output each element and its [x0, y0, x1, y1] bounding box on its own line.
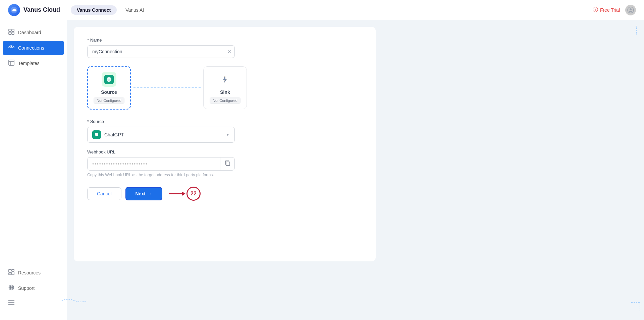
source-dropdown-left: ChatGPT — [92, 130, 124, 139]
svg-point-8 — [13, 47, 14, 48]
annotation-circle: 22 — [186, 187, 201, 201]
support-icon — [8, 284, 15, 292]
connector-line — [133, 87, 201, 88]
svg-point-10 — [11, 45, 12, 47]
next-arrow-icon: → — [148, 191, 152, 196]
webhook-hint: Copy this Webhook URL as the target addr… — [87, 173, 235, 177]
source-dropdown[interactable]: ChatGPT ▼ — [87, 127, 235, 143]
dashboard-icon — [8, 29, 15, 36]
svg-rect-6 — [12, 32, 14, 35]
connections-icon — [8, 44, 15, 52]
source-box[interactable]: Source Not Configured — [87, 66, 131, 110]
source-sink-row: Source Not Configured — [87, 66, 362, 110]
source-box-title: Source — [101, 89, 117, 95]
webhook-input-row — [87, 157, 235, 171]
sink-box[interactable]: Sink Not Configured — [203, 66, 247, 109]
svg-rect-12 — [9, 60, 14, 65]
sidebar-item-templates[interactable]: Templates — [3, 56, 64, 70]
nav-tabs: Vanus Connect Vanus AI — [71, 5, 150, 15]
next-label: Next — [136, 191, 146, 196]
sidebar-dashboard-label: Dashboard — [18, 30, 41, 35]
sidebar-top: Dashboard Connections — [0, 25, 67, 70]
templates-icon — [8, 60, 15, 67]
sidebar-item-support[interactable]: Support — [3, 281, 64, 295]
sink-not-configured: Not Configured — [210, 98, 240, 104]
svg-rect-18 — [9, 273, 11, 275]
sidebar-item-dashboard[interactable]: Dashboard — [3, 25, 64, 40]
clear-name-button[interactable]: ✕ — [227, 49, 231, 54]
sidebar-item-menu[interactable] — [3, 297, 64, 309]
app-logo-text: Vanus Cloud — [23, 6, 60, 13]
action-row: Cancel Next → 22 — [87, 187, 362, 201]
sidebar-item-resources[interactable]: Resources — [3, 266, 64, 280]
nav-vanus-connect[interactable]: Vanus Connect — [71, 5, 117, 15]
svg-point-7 — [9, 47, 10, 48]
svg-rect-17 — [12, 269, 14, 271]
free-trial-label: Free Trial — [600, 7, 620, 13]
svg-rect-16 — [12, 272, 14, 275]
sidebar-bottom: Resources Support — [0, 266, 67, 315]
header: Vanus Cloud Vanus Connect Vanus AI ⓘ Fre… — [0, 0, 644, 20]
sidebar-resources-label: Resources — [18, 270, 41, 275]
name-required-star: * — [87, 38, 89, 43]
name-field-label: * Name — [87, 38, 362, 43]
svg-rect-28 — [226, 162, 230, 166]
next-button[interactable]: Next → — [125, 187, 162, 200]
sidebar-connections-label: Connections — [18, 45, 44, 51]
menu-icon — [8, 300, 15, 306]
free-trial-icon: ⓘ — [593, 6, 598, 13]
source-box-icon — [102, 72, 116, 87]
sidebar: Dashboard Connections — [0, 20, 67, 320]
arrow-line — [169, 193, 185, 194]
page-layout: Dashboard Connections — [0, 20, 644, 320]
svg-rect-5 — [9, 32, 11, 35]
form-card: * Name ✕ Sourc — [74, 27, 376, 261]
source-field: * Source ChatGPT ▼ — [87, 119, 235, 143]
sidebar-item-connections[interactable]: Connections — [3, 41, 64, 55]
logo-icon — [8, 4, 20, 16]
sink-box-title: Sink — [220, 89, 230, 95]
sink-box-icon — [218, 72, 232, 87]
main-content: * Name ✕ Sourc — [67, 20, 644, 320]
copy-webhook-button[interactable] — [220, 157, 234, 170]
annotation-arrow: 22 — [169, 187, 201, 201]
webhook-field: Webhook URL Copy this Webhook URL as the… — [87, 149, 235, 177]
logo-area: Vanus Cloud — [8, 4, 60, 16]
svg-point-2 — [630, 8, 632, 10]
svg-rect-15 — [9, 269, 11, 272]
chevron-down-icon: ▼ — [226, 132, 230, 137]
source-dropdown-value: ChatGPT — [104, 132, 124, 137]
user-avatar[interactable] — [625, 5, 636, 15]
resources-icon — [8, 269, 15, 276]
webhook-input[interactable] — [88, 158, 220, 170]
name-input[interactable] — [87, 45, 235, 58]
sidebar-support-label: Support — [18, 285, 35, 291]
name-input-wrapper: ✕ — [87, 45, 235, 58]
source-field-label: * Source — [87, 119, 235, 124]
source-not-configured: Not Configured — [94, 98, 124, 104]
chatgpt-icon — [92, 130, 101, 139]
header-right: ⓘ Free Trial — [593, 5, 636, 15]
svg-rect-4 — [12, 29, 14, 31]
webhook-label: Webhook URL — [87, 149, 235, 154]
nav-vanus-ai[interactable]: Vanus AI — [119, 5, 150, 15]
svg-rect-3 — [9, 29, 11, 31]
cancel-button[interactable]: Cancel — [87, 187, 121, 200]
sidebar-templates-label: Templates — [18, 61, 40, 66]
free-trial-button[interactable]: ⓘ Free Trial — [593, 6, 620, 13]
